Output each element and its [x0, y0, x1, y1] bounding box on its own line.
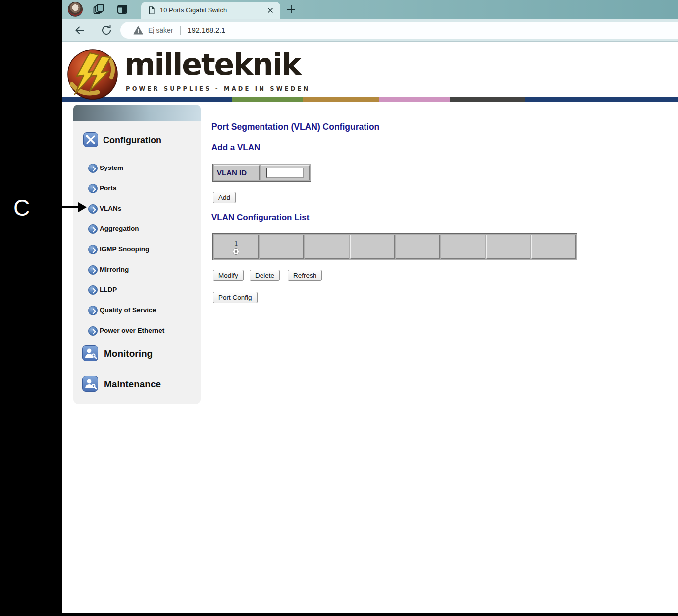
- chevron-right-icon: [88, 306, 98, 315]
- browser-window: 10 Ports Gigabit Switch Ej säker 192.: [62, 0, 678, 613]
- sidebar-item-ports[interactable]: Ports: [73, 183, 201, 195]
- annotation-arrow-head-icon: [78, 202, 87, 212]
- stripe-segment: [379, 97, 450, 102]
- sidebar-item-label: System: [100, 164, 123, 171]
- vlan-list-heading: VLAN Configuration List: [211, 213, 309, 223]
- vlan-list-empty-cell: [531, 235, 576, 259]
- configuration-tools-icon: [83, 132, 98, 147]
- url-text[interactable]: 192.168.2.1: [188, 26, 226, 34]
- delete-button[interactable]: Delete: [250, 270, 280, 281]
- browser-tab[interactable]: 10 Ports Gigabit Switch: [141, 2, 280, 19]
- chevron-right-icon: [88, 224, 98, 234]
- brand-color-stripe: [62, 97, 678, 102]
- back-icon[interactable]: [74, 24, 86, 36]
- new-tab-icon[interactable]: [286, 4, 297, 15]
- sidebar-header-bar: [73, 105, 201, 121]
- sidebar-section-configuration[interactable]: Configuration: [103, 135, 161, 146]
- add-button[interactable]: Add: [213, 192, 236, 203]
- sidebar-item-quality-of-service[interactable]: Quality of Service: [73, 305, 201, 317]
- stripe-segment: [303, 97, 379, 102]
- vlan-list-table: 1: [212, 233, 577, 260]
- tab-title: 10 Ports Gigabit Switch: [160, 6, 227, 14]
- address-bar[interactable]: Ej säker 192.168.2.1: [120, 22, 678, 39]
- chevron-right-icon: [88, 184, 98, 193]
- chevron-right-icon: [88, 204, 98, 214]
- vlan-id-input-cell: [261, 165, 310, 180]
- milleteknik-logo-icon: [67, 49, 118, 100]
- chevron-right-icon: [88, 285, 98, 295]
- vlan-list-empty-cell: [441, 235, 485, 259]
- browser-toolbar: Ej säker 192.168.2.1: [62, 19, 678, 42]
- brand-tagline: POWER SUPPLIES - MADE IN SWEDEN: [126, 85, 302, 92]
- port-config-button[interactable]: Port Config: [213, 292, 258, 303]
- refresh-button[interactable]: Refresh: [288, 270, 322, 281]
- refresh-icon[interactable]: [101, 24, 112, 36]
- sidebar-section-maintenance[interactable]: Maintenance: [104, 379, 161, 390]
- vlan-list-empty-cell: [486, 235, 531, 259]
- document-icon: [147, 6, 156, 15]
- sidebar-item-label: Quality of Service: [100, 306, 156, 314]
- sidebar-item-mirroring[interactable]: Mirroring: [73, 264, 201, 276]
- stripe-segment: [450, 97, 525, 102]
- vlan-list-empty-cell: [396, 235, 440, 259]
- sidebar-section-monitoring[interactable]: Monitoring: [104, 348, 153, 359]
- sidebar-item-vlans[interactable]: VLANs: [73, 203, 201, 215]
- logo-header: milleteknik POWER SUPPLIES - MADE IN SWE…: [62, 42, 678, 97]
- sidebar-item-igmp-snooping[interactable]: IGMP Snooping: [73, 244, 201, 256]
- vlan-list-empty-cell: [350, 235, 395, 259]
- page-title: Port Segmentation (VLAN) Configuration: [211, 122, 379, 132]
- sidebar-item-system[interactable]: System: [73, 163, 201, 174]
- vlan-select-radio[interactable]: [233, 248, 239, 255]
- sidebar-item-label: Power over Ethernet: [100, 327, 164, 334]
- tab-stack-icon[interactable]: [93, 3, 104, 15]
- tab-strip: 10 Ports Gigabit Switch: [62, 0, 678, 19]
- annotation-label-c: C: [13, 194, 30, 221]
- sidebar-item-aggregation[interactable]: Aggregation: [73, 224, 201, 235]
- sidebar-item-lldp[interactable]: LLDP: [73, 284, 201, 296]
- sidebar-item-label: Mirroring: [100, 266, 129, 273]
- vlan-id-label: VLAN ID: [214, 165, 260, 180]
- maintenance-person-wrench-icon: [82, 376, 98, 392]
- chevron-right-icon: [88, 245, 98, 254]
- vlan-list-empty-cell: [305, 235, 349, 259]
- not-secure-warning-icon[interactable]: [133, 26, 143, 35]
- vlan-list-empty-cell: [260, 235, 304, 259]
- chevron-right-icon: [88, 164, 98, 173]
- sidebar-nav: Configuration System Ports VLANs Aggrega…: [73, 105, 201, 404]
- sidebar-item-label: IGMP Snooping: [100, 245, 149, 253]
- sidebar-item-label: Ports: [100, 184, 117, 192]
- stripe-segment: [525, 97, 678, 102]
- chevron-right-icon: [88, 265, 98, 275]
- vlan-list-cell: 1: [214, 235, 259, 259]
- vlan-id-input[interactable]: [266, 168, 304, 178]
- modify-button[interactable]: Modify: [213, 270, 244, 281]
- vlan-id-value: 1: [234, 239, 238, 248]
- sidebar-item-label: Aggregation: [100, 225, 139, 232]
- stripe-segment: [232, 97, 303, 102]
- split-window-icon[interactable]: [116, 3, 128, 15]
- sidebar-item-power-over-ethernet[interactable]: Power over Ethernet: [73, 325, 201, 337]
- annotation-arrow: [62, 206, 80, 208]
- brand-name: milleteknik: [124, 50, 300, 79]
- sidebar-item-label: LLDP: [100, 286, 117, 293]
- add-vlan-form-table: VLAN ID: [212, 164, 311, 182]
- chevron-right-icon: [88, 326, 98, 336]
- profile-avatar[interactable]: [68, 2, 83, 17]
- monitoring-person-wrench-icon: [82, 345, 98, 361]
- security-label[interactable]: Ej säker: [148, 26, 173, 34]
- close-tab-icon[interactable]: [266, 6, 274, 14]
- address-divider: [180, 26, 181, 35]
- sidebar-item-label: VLANs: [100, 205, 121, 212]
- add-vlan-heading: Add a VLAN: [211, 143, 260, 153]
